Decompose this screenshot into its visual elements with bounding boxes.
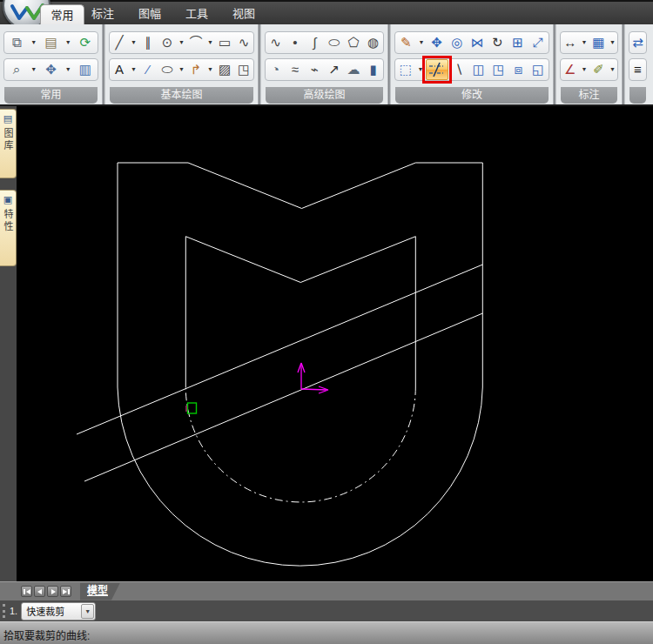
diagonal-line-lower[interactable] — [84, 313, 482, 481]
fillet-icon[interactable]: ◱ — [528, 59, 548, 80]
dropdown-arrow[interactable]: ▼ — [129, 59, 138, 80]
last-sheet-button[interactable] — [60, 586, 71, 597]
copy-icon[interactable]: ⧉ — [7, 32, 26, 53]
dropdown-arrow[interactable]: ▼ — [64, 32, 73, 53]
region-icon[interactable]: ◳ — [234, 59, 253, 80]
dropdown-arrow[interactable]: ▼ — [205, 32, 215, 53]
side-panel-tab[interactable]: ▣特性 — [0, 190, 17, 266]
toolbar-row: ✎▼✥◎⋈↻⊞⤢ — [394, 31, 549, 54]
double-polyline-icon[interactable]: ⌁ — [305, 59, 324, 80]
dropdown-arrow[interactable]: ▼ — [416, 59, 426, 80]
command-bar: 1. 快速裁剪 ▼ — [0, 600, 653, 621]
redraw-icon[interactable]: ▥ — [76, 59, 95, 80]
explode-icon[interactable]: ⧈ — [508, 59, 528, 80]
text-icon[interactable]: A — [110, 59, 129, 80]
parallel-lines-icon[interactable]: ∥ — [138, 32, 158, 53]
stretch-icon[interactable]: ⬚ — [396, 59, 415, 80]
dropdown-arrow[interactable]: ▼ — [129, 32, 138, 53]
next-sheet-button[interactable] — [47, 586, 58, 597]
edit-text-icon[interactable]: ✐ — [589, 59, 609, 80]
prev-sheet-button[interactable] — [34, 586, 45, 597]
dropdown-arrow[interactable]: ▼ — [416, 32, 426, 53]
formula-curve-icon[interactable]: ∫ — [305, 32, 324, 53]
status-prompt-text: 拾取要裁剪的曲线: — [0, 622, 653, 642]
scale-icon[interactable]: ⤢ — [528, 32, 548, 53]
side-panel-tab-strip: ▤图库▣特性 — [0, 106, 17, 581]
dropdown-arrow[interactable]: ▼ — [580, 59, 589, 80]
command-value: 快速裁剪 — [22, 604, 81, 618]
side-panel-tab-label: 特性 — [1, 209, 15, 233]
dimension-icon[interactable]: ↔ — [561, 32, 580, 53]
inner-arc-highlighted[interactable] — [185, 387, 415, 502]
diagonal-line-upper[interactable] — [77, 265, 482, 434]
ribbon-tab[interactable]: 标注 — [87, 2, 118, 26]
dropdown-arrow[interactable]: ▼ — [608, 32, 617, 53]
drawing-canvas[interactable] — [17, 106, 653, 581]
dropdown-arrow[interactable]: ▼ — [580, 32, 589, 53]
cloud-line-icon[interactable]: ☁ — [344, 59, 363, 80]
ribbon-tab[interactable]: 图幅 — [134, 2, 165, 26]
angle-dim-icon[interactable]: ∠ — [561, 59, 580, 80]
ribbon-tab[interactable]: 工具 — [181, 2, 212, 26]
dropdown-arrow[interactable]: ▼ — [29, 59, 38, 80]
side-panel-tab[interactable]: ▤图库 — [0, 109, 17, 178]
dropdown-arrow[interactable]: ▼ — [608, 59, 617, 80]
model-sheet-tab[interactable]: 模型 — [80, 583, 120, 600]
line-icon[interactable]: ╱ — [110, 32, 129, 53]
trim-icon[interactable] — [426, 59, 448, 80]
sheet-nav-buttons — [19, 586, 71, 597]
dropdown-arrow[interactable]: ▼ — [177, 59, 186, 80]
polygon-icon[interactable]: ⬠ — [344, 32, 363, 53]
coordinate-dim-icon[interactable]: ▦ — [589, 32, 609, 53]
application-window: 常用 标注图幅工具视图 ⧉▼▤▼⟳⌕▼✥▼▥常用╱▼∥⊙▼⌒▼▭∿A▼⁄⬭▼↱▼… — [0, 0, 653, 644]
break-icon[interactable]: ◫ — [469, 59, 488, 80]
hatch-icon[interactable]: ▨ — [215, 59, 234, 80]
contour-icon[interactable]: ◍ — [364, 32, 383, 53]
copy-entity-icon[interactable]: ◎ — [448, 32, 467, 53]
array-icon[interactable]: ⊞ — [508, 32, 528, 53]
selection-pickbox[interactable] — [188, 403, 197, 413]
rotate-icon[interactable]: ↻ — [488, 32, 507, 53]
paste-icon[interactable]: ▤ — [41, 32, 60, 53]
spline-curve-icon[interactable]: ∿ — [266, 32, 285, 53]
move-icon[interactable]: ✥ — [427, 32, 447, 53]
mirror-icon[interactable]: ⋈ — [468, 32, 487, 53]
ucs-x-axis[interactable] — [301, 389, 326, 390]
first-sheet-button[interactable] — [21, 586, 32, 597]
arrow-icon[interactable]: ↗ — [325, 59, 344, 80]
dropdown-arrow[interactable]: ▼ — [29, 32, 38, 53]
dropdown-arrow[interactable]: ▼ — [205, 59, 215, 80]
wavy-line-icon[interactable]: ≈ — [286, 59, 305, 80]
shaft-icon[interactable]: ▮ — [364, 59, 383, 80]
rectangle-icon[interactable]: ▭ — [215, 32, 234, 53]
ellipse-arc-icon[interactable]: ⬭ — [325, 32, 344, 53]
arc-icon[interactable]: ⌒ — [186, 32, 205, 53]
circle-icon[interactable]: ⊙ — [158, 32, 177, 53]
dropdown-arrow[interactable]: ▼ — [177, 32, 186, 53]
group-label: 基本绘图 — [110, 87, 253, 104]
refresh-icon[interactable]: ⟳ — [76, 32, 95, 53]
ribbon-tab-active[interactable]: 常用 — [40, 4, 84, 26]
pan-icon[interactable]: ✥ — [41, 59, 60, 80]
dropdown-arrow[interactable]: ▼ — [64, 59, 73, 80]
outer-shield-outline[interactable] — [118, 163, 482, 566]
point-icon[interactable]: • — [286, 32, 305, 53]
ellipse-icon[interactable]: ⬭ — [158, 59, 177, 80]
ribbon-group: ✎▼✥◎⋈↻⊞⤢⬚▼∖◫◳⧈◱修改 — [391, 24, 553, 104]
status-bar: 拾取要裁剪的曲线: — [0, 621, 653, 644]
zoom-icon[interactable]: ⌕ — [7, 59, 26, 80]
pie-icon[interactable]: ◔ — [266, 59, 285, 80]
chamfer-icon[interactable]: ◳ — [489, 59, 508, 80]
centerline-icon[interactable]: ⁄ — [138, 59, 158, 80]
command-dropdown-button[interactable]: ▼ — [81, 604, 94, 619]
frame-insert-icon[interactable]: ⇄ — [629, 32, 646, 53]
extend-icon[interactable]: ∖ — [449, 59, 468, 80]
command-combobox[interactable]: 快速裁剪 ▼ — [21, 602, 96, 621]
sheet-tab-bar: 模型 — [0, 581, 653, 600]
offset-icon[interactable]: ↱ — [186, 59, 205, 80]
spline-icon[interactable]: ∿ — [234, 32, 253, 53]
menu-icon[interactable]: ≡ — [629, 59, 646, 80]
erase-icon[interactable]: ✎ — [396, 32, 415, 53]
toolbar-grip-handle[interactable] — [3, 604, 5, 618]
ribbon-tab[interactable]: 视图 — [228, 2, 259, 26]
